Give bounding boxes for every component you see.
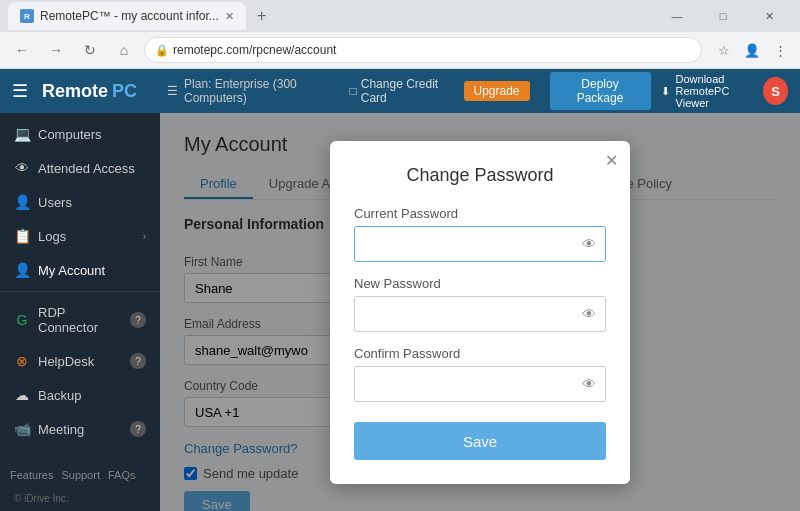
- home-button[interactable]: ⌂: [110, 36, 138, 64]
- modal-save-button[interactable]: Save: [354, 422, 606, 460]
- logo-pc: PC: [112, 81, 137, 102]
- sidebar-item-label-rdp: RDP Connector: [38, 305, 122, 335]
- sidebar-item-logs[interactable]: 📋 Logs ›: [0, 219, 160, 253]
- top-nav: ☰ RemotePC ☰ Plan: Enterprise (300 Compu…: [0, 69, 800, 113]
- url-text: remotepc.com/rpcnew/account: [173, 43, 336, 57]
- sidebar-item-label-backup: Backup: [38, 388, 146, 403]
- modal-overlay: ✕ Change Password Current Password 👁 New…: [160, 113, 800, 511]
- attended-access-icon: 👁: [14, 160, 30, 176]
- features-link[interactable]: Features: [10, 469, 53, 481]
- new-pw-eye-icon[interactable]: 👁: [582, 306, 596, 322]
- faqs-link[interactable]: FAQs: [108, 469, 136, 481]
- download-label: Download RemotePC Viewer: [676, 73, 754, 109]
- tab-close-btn[interactable]: ✕: [225, 10, 234, 23]
- upgrade-button[interactable]: Upgrade: [464, 81, 530, 101]
- url-bar[interactable]: 🔒 remotepc.com/rpcnew/account: [144, 37, 702, 63]
- logo: RemotePC: [42, 81, 137, 102]
- sidebar-item-rdp-connector[interactable]: G RDP Connector ?: [0, 296, 160, 344]
- new-password-label: New Password: [354, 276, 606, 291]
- sidebar-item-helpdesk[interactable]: ⊗ HelpDesk ?: [0, 344, 160, 378]
- main-content: My Account Profile Upgrade Account rs De…: [160, 113, 800, 511]
- computers-icon: 💻: [14, 126, 30, 142]
- new-password-input[interactable]: [354, 296, 606, 332]
- users-icon: 👤: [14, 194, 30, 210]
- hamburger-icon[interactable]: ☰: [12, 80, 28, 102]
- sidebar-item-label-helpdesk: HelpDesk: [38, 354, 122, 369]
- meeting-help-icon[interactable]: ?: [130, 421, 146, 437]
- back-button[interactable]: ←: [8, 36, 36, 64]
- helpdesk-icon: ⊗: [14, 353, 30, 369]
- forward-button[interactable]: →: [42, 36, 70, 64]
- refresh-button[interactable]: ↻: [76, 36, 104, 64]
- new-password-field: New Password 👁: [354, 276, 606, 332]
- sidebar-item-label-account: My Account: [38, 263, 146, 278]
- user-avatar[interactable]: S: [763, 77, 788, 105]
- current-pw-eye-icon[interactable]: 👁: [582, 236, 596, 252]
- helpdesk-help-icon[interactable]: ?: [130, 353, 146, 369]
- change-cc-label: Change Credit Card: [361, 77, 454, 105]
- current-password-input[interactable]: [354, 226, 606, 262]
- profile-button[interactable]: 👤: [740, 38, 764, 62]
- sidebar-item-label-meeting: Meeting: [38, 422, 122, 437]
- sidebar-item-label-logs: Logs: [38, 229, 135, 244]
- logs-arrow: ›: [143, 231, 146, 242]
- change-password-modal: ✕ Change Password Current Password 👁 New…: [330, 141, 630, 484]
- plan-label: Plan: Enterprise (300 Computers): [184, 77, 340, 105]
- support-link[interactable]: Support: [61, 469, 100, 481]
- plan-info: ☰ Plan: Enterprise (300 Computers): [167, 77, 340, 105]
- sidebar: 💻 Computers 👁 Attended Access 👤 Users 📋 …: [0, 113, 160, 511]
- current-password-wrap: 👁: [354, 226, 606, 262]
- confirm-password-wrap: 👁: [354, 366, 606, 402]
- deploy-package-button[interactable]: Deploy Package: [550, 72, 651, 110]
- sidebar-item-label-users: Users: [38, 195, 146, 210]
- rdp-icon: G: [14, 312, 30, 328]
- current-password-label: Current Password: [354, 206, 606, 221]
- lock-icon: 🔒: [155, 44, 169, 57]
- minimize-button[interactable]: —: [654, 6, 700, 26]
- current-password-field: Current Password 👁: [354, 206, 606, 262]
- confirm-pw-eye-icon[interactable]: 👁: [582, 376, 596, 392]
- change-cc-button[interactable]: □ Change Credit Card: [350, 77, 454, 105]
- sidebar-item-label-attended: Attended Access: [38, 161, 146, 176]
- sidebar-copyright: © iDrive Inc.: [0, 489, 160, 511]
- credit-card-icon: □: [350, 84, 357, 98]
- sidebar-item-meeting[interactable]: 📹 Meeting ?: [0, 412, 160, 446]
- rdp-help-icon[interactable]: ?: [130, 312, 146, 328]
- logs-icon: 📋: [14, 228, 30, 244]
- my-account-icon: 👤: [14, 262, 30, 278]
- confirm-password-label: Confirm Password: [354, 346, 606, 361]
- confirm-password-input[interactable]: [354, 366, 606, 402]
- tab-favicon: R: [20, 9, 34, 23]
- sidebar-footer-links: Features Support FAQs: [0, 461, 160, 489]
- sidebar-item-label-computers: Computers: [38, 127, 146, 142]
- modal-close-button[interactable]: ✕: [605, 151, 618, 170]
- tab-title: RemotePC™ - my account infor...: [40, 9, 219, 23]
- menu-button[interactable]: ⋮: [768, 38, 792, 62]
- download-icon: ⬇: [661, 85, 670, 98]
- download-viewer-button[interactable]: ⬇ Download RemotePC Viewer: [661, 73, 754, 109]
- plan-icon: ☰: [167, 84, 178, 98]
- modal-title: Change Password: [354, 165, 606, 186]
- logo-remote: Remote: [42, 81, 108, 102]
- new-tab-button[interactable]: +: [250, 4, 274, 28]
- browser-tab[interactable]: R RemotePC™ - my account infor... ✕: [8, 2, 246, 30]
- sidebar-item-my-account[interactable]: 👤 My Account: [0, 253, 160, 287]
- new-password-wrap: 👁: [354, 296, 606, 332]
- backup-icon: ☁: [14, 387, 30, 403]
- star-button[interactable]: ☆: [712, 38, 736, 62]
- sidebar-item-attended-access[interactable]: 👁 Attended Access: [0, 151, 160, 185]
- maximize-button[interactable]: □: [700, 6, 746, 26]
- sidebar-item-users[interactable]: 👤 Users: [0, 185, 160, 219]
- sidebar-item-computers[interactable]: 💻 Computers: [0, 117, 160, 151]
- close-button[interactable]: ✕: [746, 6, 792, 26]
- sidebar-item-backup[interactable]: ☁ Backup: [0, 378, 160, 412]
- confirm-password-field: Confirm Password 👁: [354, 346, 606, 402]
- meeting-icon: 📹: [14, 421, 30, 437]
